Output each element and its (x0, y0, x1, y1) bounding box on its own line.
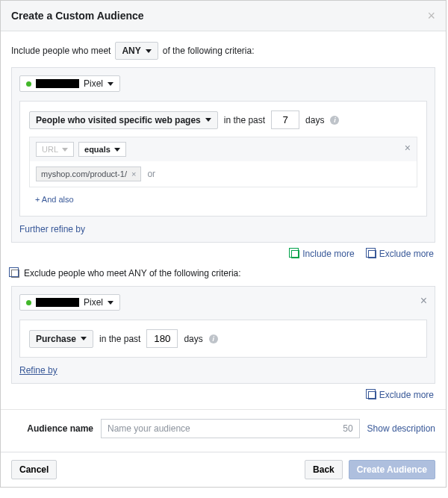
include-source-box: Pixel People who visited specific web pa… (11, 67, 435, 243)
footer-right: Back Create Audience (305, 460, 435, 479)
and-also-link[interactable]: + And also (29, 187, 417, 207)
status-dot-icon (26, 300, 31, 305)
info-icon[interactable]: i (209, 334, 218, 343)
include-actions-row: Include more Exclude more (13, 249, 434, 259)
exclude-icon (11, 270, 19, 278)
url-condition-header: URL equals × (30, 137, 417, 161)
exclude-more-label: Exclude more (379, 390, 434, 400)
url-token-text: myshop.com/product-1/ (41, 169, 127, 178)
refine-by-link[interactable]: Refine by (19, 365, 427, 376)
back-button[interactable]: Back (305, 460, 343, 479)
or-label: or (147, 169, 155, 179)
dialog-body: Include people who meet ANY of the follo… (1, 31, 446, 452)
divider (1, 409, 446, 410)
show-description-link[interactable]: Show description (367, 423, 435, 434)
info-icon[interactable]: i (330, 116, 339, 125)
dialog-titlebar: Create a Custom Audience × (1, 1, 446, 31)
create-audience-button[interactable]: Create Audience (349, 460, 435, 479)
url-param-dropdown[interactable]: URL (36, 142, 74, 157)
dialog-footer: Cancel Back Create Audience (1, 452, 446, 487)
include-suffix: of the following criteria: (163, 46, 255, 56)
audience-name-label: Audience name (11, 423, 93, 434)
include-more-label: Include more (302, 249, 354, 259)
pixel-suffix: Pixel (84, 78, 103, 89)
include-mode-value: ANY (122, 46, 140, 56)
event-value: Purchase (36, 334, 76, 344)
cancel-button[interactable]: Cancel (11, 460, 57, 479)
past-prefix: in the past (99, 334, 140, 344)
caret-down-icon (81, 337, 87, 340)
event-dropdown[interactable]: People who visited specific web pages (29, 111, 218, 129)
dialog-title: Create a Custom Audience (11, 10, 144, 22)
operator-value: equals (84, 145, 111, 154)
event-dropdown[interactable]: Purchase (29, 330, 93, 348)
pixel-suffix: Pixel (84, 297, 103, 308)
include-rule-row: People who visited specific web pages in… (29, 111, 417, 129)
pixel-name-redacted (36, 298, 79, 307)
past-prefix: in the past (224, 115, 265, 125)
days-input[interactable] (271, 111, 299, 129)
exclude-more-button[interactable]: Exclude more (368, 249, 434, 259)
include-rule-card: People who visited specific web pages in… (19, 101, 427, 217)
audience-name-remaining: 50 (343, 423, 352, 434)
audience-name-input[interactable]: Name your audience 50 (101, 419, 360, 438)
url-label: URL (42, 145, 58, 154)
url-token: myshop.com/product-1/ × (36, 166, 141, 181)
remove-exclude-icon[interactable]: × (420, 294, 427, 308)
caret-down-icon (146, 49, 152, 53)
status-dot-icon (26, 81, 31, 87)
include-prefix: Include people who meet (11, 46, 111, 56)
audience-name-row: Audience name Name your audience 50 Show… (11, 419, 435, 438)
url-operator-dropdown[interactable]: equals (78, 142, 126, 157)
days-label: days (184, 334, 202, 344)
days-label: days (305, 115, 324, 125)
pixel-source-dropdown[interactable]: Pixel (19, 294, 120, 311)
exclude-more-icon (368, 250, 376, 258)
url-condition-box: URL equals × myshop.com/product-1/ × (29, 137, 417, 187)
remove-token-icon[interactable]: × (131, 169, 136, 178)
event-value: People who visited specific web pages (36, 115, 201, 125)
exclude-rule-card: Purchase in the past days i (19, 320, 427, 358)
audience-name-placeholder: Name your audience (108, 423, 190, 434)
exclude-more-icon (368, 391, 376, 399)
exclude-rule-row: Purchase in the past days i (29, 329, 417, 348)
exclude-more-label: Exclude more (379, 249, 434, 259)
exclude-more-button[interactable]: Exclude more (368, 390, 434, 400)
caret-down-icon (108, 82, 113, 86)
exclude-header: Exclude people who meet ANY of the follo… (11, 268, 435, 278)
further-refine-link[interactable]: Further refine by (19, 224, 427, 234)
include-mode-dropdown[interactable]: ANY (115, 42, 158, 60)
pixel-source-dropdown[interactable]: Pixel (19, 75, 120, 92)
include-more-button[interactable]: Include more (291, 249, 354, 259)
exclude-header-text: Exclude people who meet ANY of the follo… (24, 268, 241, 278)
days-input[interactable] (146, 329, 178, 348)
pixel-name-redacted (36, 79, 79, 88)
custom-audience-dialog: Create a Custom Audience × Include peopl… (0, 0, 447, 488)
url-token-row[interactable]: myshop.com/product-1/ × or (30, 161, 417, 187)
exclude-actions-row: Exclude more (13, 390, 434, 400)
caret-down-icon (62, 148, 68, 152)
caret-down-icon (205, 118, 211, 122)
exclude-source-box: × Pixel Purchase in the past days i (11, 286, 435, 384)
caret-down-icon (108, 301, 113, 305)
include-more-icon (291, 250, 299, 258)
include-criteria-line: Include people who meet ANY of the follo… (11, 42, 435, 60)
close-icon[interactable]: × (427, 10, 435, 21)
remove-condition-icon[interactable]: × (405, 142, 411, 154)
caret-down-icon (114, 148, 120, 152)
